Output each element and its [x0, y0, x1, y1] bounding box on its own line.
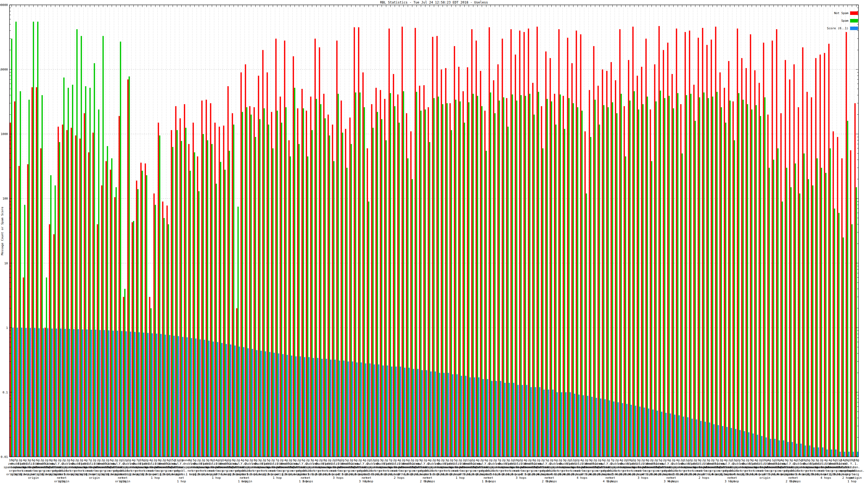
bar-score	[583, 395, 584, 457]
bar-not-spam	[389, 29, 390, 457]
bar-not-spam	[510, 29, 512, 457]
svg-text:3@: 3@	[815, 458, 819, 462]
svg-text:origin: origin	[851, 476, 862, 480]
bar-score	[757, 434, 758, 457]
bar-spam	[381, 119, 382, 457]
svg-text:9@: 9@	[846, 458, 849, 462]
bar-not-spam	[702, 28, 703, 457]
bar-not-spam	[776, 29, 777, 457]
bar-spam	[416, 92, 417, 457]
bar-spam	[411, 179, 413, 457]
svg-text:origin: origin	[89, 476, 100, 480]
bar-score	[744, 431, 745, 457]
bar-spam	[37, 22, 38, 457]
bar-score	[17, 328, 18, 457]
bar-not-spam	[393, 74, 394, 457]
svg-text:10@: 10@	[854, 458, 859, 462]
svg-text:7@: 7@	[611, 458, 614, 462]
bar-spam	[163, 218, 165, 457]
bar-not-spam	[759, 83, 760, 457]
bar-score	[317, 358, 318, 457]
svg-text:2@: 2@	[480, 458, 484, 462]
bar-spam	[472, 94, 474, 457]
svg-text:14@: 14@	[222, 458, 228, 462]
svg-text:2@: 2@	[510, 458, 514, 462]
bar-spam	[76, 29, 78, 457]
svg-text:2@: 2@	[236, 458, 240, 462]
svg-text:2@: 2@	[537, 458, 540, 462]
bar-score	[631, 405, 632, 457]
bar-spam	[442, 104, 443, 457]
bar-not-spam	[345, 129, 346, 457]
bar-spam	[20, 91, 21, 457]
bar-spam	[72, 85, 73, 457]
bar-score	[731, 428, 732, 457]
bar-not-spam	[232, 113, 233, 457]
bar-spam	[290, 156, 291, 457]
bar-score	[705, 422, 706, 457]
bar-not-spam	[432, 37, 433, 457]
svg-text:11@: 11@	[466, 458, 471, 462]
bar-not-spam	[428, 107, 429, 457]
bar-not-spam	[140, 163, 142, 457]
svg-text:14@: 14@	[841, 458, 846, 462]
svg-text:5@: 5@	[454, 458, 458, 462]
svg-text:7@: 7@	[389, 458, 393, 462]
bar-not-spam	[663, 50, 664, 457]
bar-not-spam	[80, 138, 81, 457]
bar-not-spam	[589, 90, 590, 457]
svg-text:net: net	[61, 476, 67, 480]
svg-text:6@: 6@	[354, 458, 358, 462]
bar-not-spam	[597, 86, 599, 457]
bar-not-spam	[497, 64, 499, 457]
svg-text:2@: 2@	[332, 458, 336, 462]
bar-score	[182, 337, 184, 457]
bar-not-spam	[162, 201, 163, 457]
legend-swatch	[850, 27, 858, 30]
bar-score	[378, 364, 379, 457]
svg-text:3@: 3@	[188, 458, 192, 462]
bar-score	[766, 437, 767, 457]
bar-score	[696, 419, 698, 457]
bar-spam	[773, 160, 774, 457]
bar-spam	[150, 308, 152, 457]
svg-text:3@: 3@	[811, 458, 815, 462]
bar-spam	[708, 98, 709, 457]
bar-score	[52, 329, 53, 457]
svg-text:6@: 6@	[166, 458, 170, 462]
bar-not-spam	[110, 170, 111, 457]
bar-spam	[599, 124, 600, 457]
svg-text:7@: 7@	[136, 458, 140, 462]
svg-text:6@: 6@	[406, 458, 410, 462]
svg-text:2@: 2@	[820, 458, 824, 462]
bar-not-spam	[397, 94, 399, 457]
bar-spam	[81, 36, 82, 457]
svg-text:origin: origin	[241, 480, 252, 483]
bar-spam	[716, 92, 718, 457]
bar-score	[604, 399, 606, 457]
svg-text:2@: 2@	[80, 458, 83, 462]
bar-spam	[142, 171, 143, 457]
bar-score	[687, 417, 688, 457]
bar-not-spam	[254, 107, 255, 457]
bar-score	[400, 366, 401, 457]
bar-not-spam	[524, 32, 525, 457]
bar-not-spam	[632, 27, 633, 457]
bar-score	[404, 368, 405, 457]
bar-score	[282, 354, 284, 457]
svg-text:7@: 7@	[88, 458, 92, 462]
bar-not-spam	[419, 86, 421, 457]
bar-score	[287, 355, 288, 457]
svg-text:net: net	[427, 476, 432, 480]
bar-not-spam	[650, 109, 651, 457]
svg-text:1 hop: 1 hop	[273, 476, 282, 480]
bar-spam	[90, 88, 91, 457]
bar-not-spam	[811, 97, 812, 457]
bar-score	[474, 378, 475, 457]
svg-text:8@: 8@	[532, 458, 536, 462]
bar-spam	[41, 95, 43, 457]
bar-not-spam	[97, 224, 98, 457]
svg-text:2@: 2@	[297, 458, 301, 462]
svg-text:2@: 2@	[493, 458, 497, 462]
bar-not-spam	[149, 297, 151, 457]
